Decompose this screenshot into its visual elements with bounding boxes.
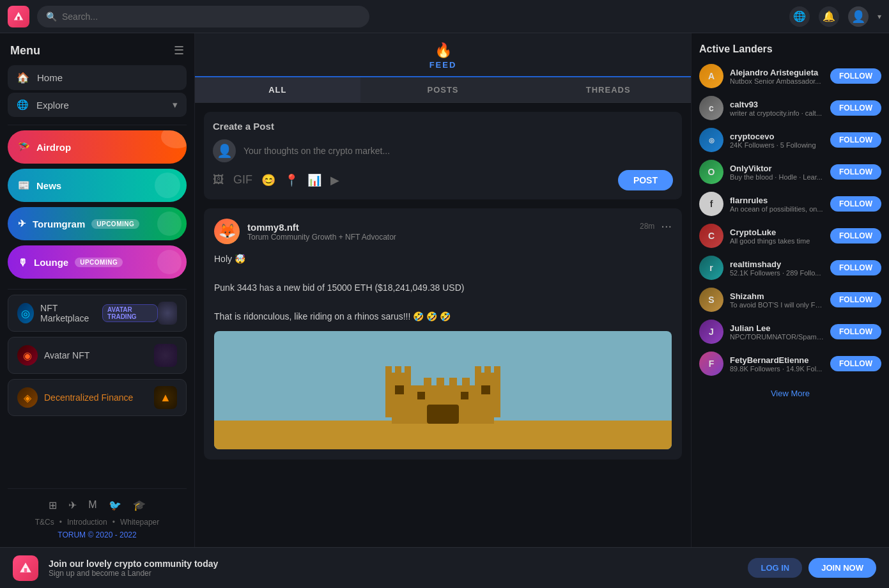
list-item: S Shizahm To avoid BOT'S I will only Fol… bbox=[699, 288, 881, 312]
svg-rect-18 bbox=[417, 392, 425, 399]
sidebar-item-news[interactable]: 📰 News bbox=[8, 169, 187, 202]
discord-icon[interactable]: ⊞ bbox=[49, 499, 57, 511]
app-logo[interactable] bbox=[8, 6, 29, 27]
lander-name-0[interactable]: Alejandro Aristeguieta bbox=[730, 68, 824, 77]
hamburger-icon[interactable]: ☰ bbox=[174, 43, 184, 58]
tab-posts[interactable]: POSTS bbox=[360, 77, 526, 102]
sidebar-item-avatar-nft[interactable]: ◉ Avatar NFT bbox=[8, 337, 187, 374]
svg-rect-19 bbox=[461, 392, 468, 399]
lander-avatar-7: S bbox=[699, 288, 723, 312]
svg-rect-1 bbox=[17, 17, 20, 20]
main-layout: Menu ☰ 🏠 Home 🌐 Explore ▾ 🪂 Airdrop bbox=[0, 33, 889, 547]
bottom-bar-title: Join our lovely crypto community today bbox=[49, 559, 738, 569]
post-button[interactable]: POST bbox=[618, 170, 673, 190]
svg-rect-14 bbox=[462, 378, 470, 387]
bottom-bar-buttons: LOG IN JOIN NOW bbox=[748, 558, 876, 578]
sidebar-item-home[interactable]: 🏠 Home bbox=[8, 65, 187, 90]
lander-name-5[interactable]: CryptoLuke bbox=[730, 228, 824, 237]
lander-name-1[interactable]: caltv93 bbox=[730, 100, 824, 109]
torumgram-label: Torumgram bbox=[33, 219, 85, 229]
lander-name-9[interactable]: FetyBernardEtienne bbox=[730, 355, 824, 365]
sidebar-item-torumgram[interactable]: ✈ Torumgram UPCOMING bbox=[8, 207, 187, 240]
follow-button-4[interactable]: FOLLOW bbox=[830, 196, 881, 212]
lander-meta-6: 52.1K Followers · 289 Follo... bbox=[730, 269, 824, 277]
sidebar-item-lounge[interactable]: 🎙 Lounge UPCOMING bbox=[8, 245, 187, 279]
feed-post: 🦊 tommy8.nft Torum Community Growth + NF… bbox=[204, 208, 682, 460]
location-icon[interactable]: 📍 bbox=[284, 173, 298, 187]
footer-links: T&Cs • Introduction • Whitepaper bbox=[8, 518, 187, 527]
follow-button-7[interactable]: FOLLOW bbox=[830, 292, 881, 307]
follow-button-6[interactable]: FOLLOW bbox=[830, 260, 881, 275]
home-icon: 🏠 bbox=[17, 72, 29, 84]
telegram-icon[interactable]: ✈ bbox=[68, 499, 77, 511]
post-author-name[interactable]: tommy8.nft bbox=[247, 222, 396, 233]
lander-meta-1: writer at cryptocity.info · calt... bbox=[730, 109, 824, 117]
whitepaper-link[interactable]: Whitepaper bbox=[120, 518, 159, 527]
lander-name-3[interactable]: OnlyViktor bbox=[730, 164, 824, 173]
follow-button-3[interactable]: FOLLOW bbox=[830, 164, 881, 180]
play-icon[interactable]: ▶ bbox=[330, 173, 339, 187]
svg-rect-12 bbox=[437, 378, 444, 387]
lander-meta-8: NPC/TORUMNATOR/Spam ... bbox=[730, 333, 824, 341]
lander-name-7[interactable]: Shizahm bbox=[730, 291, 824, 301]
lander-avatar-2: ◎ bbox=[699, 128, 723, 152]
sidebar-item-airdrop[interactable]: 🪂 Airdrop bbox=[8, 130, 187, 164]
user-avatar-icon[interactable]: 👤 bbox=[848, 6, 869, 27]
lander-meta-0: Nutbox Senior Ambassador... bbox=[730, 77, 824, 85]
post-author-info: tommy8.nft Torum Community Growth + NFT … bbox=[247, 222, 396, 242]
gif-icon[interactable]: GIF bbox=[233, 173, 252, 187]
emoji-icon[interactable]: 😊 bbox=[261, 173, 275, 187]
lander-avatar-0: A bbox=[699, 64, 723, 88]
follow-button-1[interactable]: FOLLOW bbox=[830, 100, 881, 116]
post-action-icons: 🖼 GIF 😊 📍 📊 ▶ bbox=[213, 173, 339, 187]
search-input[interactable] bbox=[62, 12, 360, 22]
twitter-icon[interactable]: 🐦 bbox=[109, 499, 121, 511]
login-button[interactable]: LOG IN bbox=[748, 558, 802, 578]
post-time: 28m bbox=[640, 222, 654, 231]
view-more-button[interactable]: View More bbox=[699, 383, 881, 403]
svg-rect-7 bbox=[405, 366, 411, 375]
lander-name-8[interactable]: Julian Lee bbox=[730, 323, 824, 333]
tab-all[interactable]: ALL bbox=[195, 77, 360, 102]
list-item: r realtimshady 52.1K Followers · 289 Fol… bbox=[699, 256, 881, 280]
follow-button-0[interactable]: FOLLOW bbox=[830, 68, 881, 84]
follow-button-5[interactable]: FOLLOW bbox=[830, 228, 881, 244]
tab-threads[interactable]: THREADS bbox=[525, 77, 691, 102]
follow-button-2[interactable]: FOLLOW bbox=[830, 132, 881, 148]
svg-rect-5 bbox=[385, 366, 392, 375]
join-button[interactable]: JOIN NOW bbox=[808, 558, 876, 578]
graduation-icon[interactable]: 🎓 bbox=[133, 499, 146, 511]
bottom-bar: Join our lovely crypto community today S… bbox=[0, 547, 889, 588]
follow-button-9[interactable]: FOLLOW bbox=[830, 356, 881, 371]
sidebar-item-explore[interactable]: 🌐 Explore ▾ bbox=[8, 93, 187, 117]
lander-avatar-5: C bbox=[699, 224, 723, 248]
search-bar[interactable]: 🔍 bbox=[37, 6, 369, 27]
bell-icon[interactable]: 🔔 bbox=[819, 6, 839, 27]
lander-avatar-1: c bbox=[699, 96, 723, 120]
tcs-link[interactable]: T&Cs bbox=[35, 518, 54, 527]
follow-button-8[interactable]: FOLLOW bbox=[830, 324, 881, 339]
explore-chevron-icon: ▾ bbox=[173, 99, 178, 111]
image-upload-icon[interactable]: 🖼 bbox=[213, 173, 224, 187]
feed-title: FEED bbox=[195, 60, 691, 76]
lander-name-6[interactable]: realtimshady bbox=[730, 259, 824, 269]
svg-rect-21 bbox=[24, 568, 27, 573]
post-more-icon[interactable]: ··· bbox=[661, 219, 672, 233]
medium-icon[interactable]: M bbox=[88, 499, 97, 511]
translate-icon[interactable]: 🌐 bbox=[789, 6, 810, 27]
lander-avatar-3: O bbox=[699, 160, 723, 184]
chart-icon[interactable]: 📊 bbox=[307, 173, 321, 187]
chevron-down-icon[interactable]: ▾ bbox=[877, 12, 881, 21]
svg-rect-6 bbox=[395, 366, 401, 375]
introduction-link[interactable]: Introduction bbox=[67, 518, 107, 527]
lander-avatar-4: f bbox=[699, 192, 723, 216]
avatar-nft-thumb bbox=[154, 344, 177, 367]
post-author-row: 🦊 tommy8.nft Torum Community Growth + NF… bbox=[214, 219, 396, 244]
sidebar-item-defi[interactable]: ◈ Decentralized Finance ▲ bbox=[8, 379, 187, 416]
lander-name-2[interactable]: cryptocevo bbox=[730, 132, 824, 141]
post-input[interactable] bbox=[244, 146, 673, 156]
list-item: J Julian Lee NPC/TORUMNATOR/Spam ... FOL… bbox=[699, 320, 881, 344]
lander-name-4[interactable]: flarnrules bbox=[730, 196, 824, 205]
sidebar-item-nft-marketplace[interactable]: ◎ NFT Marketplace AVATAR TRADING bbox=[8, 295, 187, 332]
nft-marketplace-icon: ◎ bbox=[17, 303, 34, 323]
